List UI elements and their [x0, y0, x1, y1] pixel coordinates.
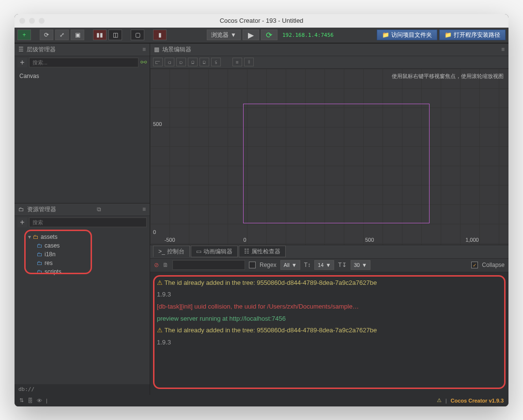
expand-icon[interactable]: ⧉ — [97, 206, 101, 213]
regex-label: Regex — [260, 262, 277, 268]
log-line-warn: The id already added in the tree: 955086… — [157, 277, 502, 289]
align-left-icon[interactable]: ⫍ — [153, 58, 163, 66]
console-icon: >_ — [158, 248, 165, 255]
align-hcenter-icon[interactable]: ⫏ — [165, 58, 174, 66]
x-tick-1000: 1,000 — [465, 237, 479, 243]
eye-icon[interactable]: 👁 — [37, 398, 42, 404]
console-toolbar: ⊘ 🗎 Regex All ▼ T↕ 14 ▼ T↧ 30 ▼ Collapse — [150, 259, 508, 272]
panel-menu-icon[interactable]: ≡ — [501, 46, 505, 53]
aspect-button[interactable]: ▣ — [71, 30, 84, 40]
scene-panel: ▦场景编辑器≡ ⫍ ⫏ ⫐ ⫑ ⫒ ⫓ ≡ ⦀ 使用鼠标右键平移视窗焦点，使用滚… — [150, 43, 508, 245]
assets-panel: 🗀资源管理器⧉≡ + ▾🗀assets 🗀cases 🗀i18n 🗀res 🗀s… — [15, 203, 150, 395]
hierarchy-title: 层级管理器 — [27, 46, 56, 54]
titlebar: Cocos Creator - 193 - Untitled — [15, 14, 508, 28]
align-top-icon[interactable]: ⫑ — [188, 58, 198, 66]
clear-console-icon[interactable]: ⊘ — [154, 262, 159, 268]
assets-add-button[interactable]: + — [17, 218, 27, 227]
open-install-path-button[interactable]: 📁打开程序安装路径 — [439, 30, 506, 40]
x-tick-500: 500 — [365, 237, 374, 243]
bottom-tabs: >_控制台 ▭动画编辑器 ☷属性检查器 — [150, 245, 508, 259]
assets-title: 资源管理器 — [27, 205, 56, 214]
x-tick-0: 0 — [243, 237, 246, 243]
canvas-hint: 使用鼠标右键平移视窗焦点，使用滚轮缩放视图 — [392, 73, 504, 80]
align-right-icon[interactable]: ⫐ — [176, 58, 186, 66]
panel-menu-icon[interactable]: ≡ — [142, 46, 146, 53]
app-window: Cocos Creator - 193 - Untitled + ⟳ ⤢ ▣ ▮… — [15, 14, 508, 406]
asset-node-i18n[interactable]: 🗀i18n — [15, 250, 150, 259]
asset-node-scripts[interactable]: 🗀scripts — [15, 267, 150, 276]
tab-inspector[interactable]: ☷属性检查器 — [239, 246, 286, 257]
add-node-button[interactable]: + — [17, 30, 31, 40]
log-line-err: [db-task][init] uuid collision, the uuid… — [157, 301, 502, 313]
hierarchy-add-button[interactable]: + — [17, 58, 27, 67]
refresh-button[interactable]: ⟳ — [40, 30, 53, 40]
log-level-dropdown[interactable]: All ▼ — [280, 260, 300, 270]
open-project-folder-button[interactable]: 📁访问项目文件夹 — [377, 30, 437, 40]
preview-platform-dropdown[interactable]: 浏览器 ▼ — [207, 30, 241, 40]
preview-ip: 192.168.1.4:7456 — [282, 32, 334, 38]
font-size-dropdown[interactable]: 14 ▼ — [314, 260, 334, 270]
collapse-checkbox[interactable] — [471, 262, 478, 268]
assets-path: db:// — [15, 384, 150, 395]
hierarchy-panel: ☰层级管理器≡ + ⚯ Canvas — [15, 43, 150, 203]
lineheight-icon: T↧ — [338, 262, 346, 268]
file-icon[interactable]: 🗎 — [163, 262, 169, 268]
align-bottom-icon[interactable]: ⫓ — [211, 58, 221, 66]
log-line-green: preview server running at http://localho… — [157, 313, 502, 325]
scene-canvas[interactable]: 使用鼠标右键平移视窗焦点，使用滚轮缩放视图 500 0 -500 0 500 1… — [150, 69, 508, 245]
play-button[interactable]: ▶ — [243, 30, 259, 40]
distribute-h-icon[interactable]: ≡ — [232, 58, 242, 66]
hierarchy-search-input[interactable] — [29, 58, 138, 67]
panel-menu-icon[interactable]: ≡ — [142, 206, 146, 213]
fontsize-icon: T↕ — [304, 262, 310, 268]
reload-button[interactable]: ⟳ — [261, 30, 277, 40]
scene-title: 场景编辑器 — [162, 46, 191, 54]
log-line-dim: 1.9.3 — [157, 289, 502, 301]
status-bar: ⇅ 🗄 👁 | ⚠ | Cocos Creator v1.9.3 — [15, 395, 508, 406]
version-label: Cocos Creator v1.9.3 — [451, 398, 504, 404]
tab-animation[interactable]: ▭动画编辑器 — [191, 246, 238, 257]
asset-node-cases[interactable]: 🗀cases — [15, 241, 150, 250]
bottom-panel: >_控制台 ▭动画编辑器 ☷属性检查器 ⊘ 🗎 Regex All ▼ T↕ 1… — [150, 245, 508, 395]
inspector-icon: ☷ — [244, 248, 249, 255]
main-toolbar: + ⟳ ⤢ ▣ ▮▮ ◫ ▢ ▮ 浏览器 ▼ ▶ ⟳ 192.168.1.4:7… — [15, 28, 508, 43]
timeline-icon: ▭ — [196, 248, 201, 255]
fullscreen-button[interactable]: ⤢ — [55, 30, 69, 40]
link-icon[interactable]: ⚯ — [140, 58, 147, 67]
distribute-v-icon[interactable]: ⦀ — [244, 58, 254, 66]
asset-node-res[interactable]: 🗀res — [15, 259, 150, 267]
warning-icon[interactable]: ⚠ — [437, 397, 442, 404]
console-filter-input[interactable] — [172, 260, 245, 270]
align-button-1[interactable]: ▢ — [131, 30, 144, 40]
y-tick-500: 500 — [153, 121, 162, 127]
assets-search-input[interactable] — [29, 218, 147, 227]
list-icon: ☰ — [18, 46, 24, 53]
log-line-warn: The id already added in the tree: 955086… — [157, 325, 502, 337]
hierarchy-node-canvas[interactable]: Canvas — [15, 72, 150, 80]
collapse-label: Collapse — [482, 262, 505, 268]
console-output[interactable]: The id already added in the tree: 955086… — [150, 272, 508, 395]
record-button[interactable]: ▮ — [153, 30, 167, 40]
design-resolution-rect — [243, 104, 430, 223]
line-height-dropdown[interactable]: 30 ▼ — [351, 260, 370, 270]
x-tick--500: -500 — [165, 237, 175, 243]
gizmo-button-2[interactable]: ◫ — [108, 30, 122, 40]
asset-node-root[interactable]: ▾🗀assets — [15, 233, 150, 241]
regex-checkbox[interactable] — [249, 262, 256, 268]
gizmo-button-1[interactable]: ▮▮ — [93, 30, 107, 40]
scene-align-toolbar: ⫍ ⫏ ⫐ ⫑ ⫒ ⫓ ≡ ⦀ — [150, 56, 508, 69]
db-icon[interactable]: 🗄 — [28, 398, 33, 404]
window-title: Cocos Creator - 193 - Untitled — [15, 17, 508, 24]
folder-icon: 🗀 — [18, 206, 24, 213]
preview-platform-label: 浏览器 — [211, 31, 229, 39]
align-vcenter-icon[interactable]: ⫒ — [200, 58, 209, 66]
y-tick-0: 0 — [153, 229, 156, 235]
tab-console[interactable]: >_控制台 — [153, 246, 190, 257]
scene-icon: ▦ — [154, 46, 159, 53]
sync-icon[interactable]: ⇅ — [19, 397, 24, 404]
log-line-dim: 1.9.3 — [157, 337, 502, 349]
